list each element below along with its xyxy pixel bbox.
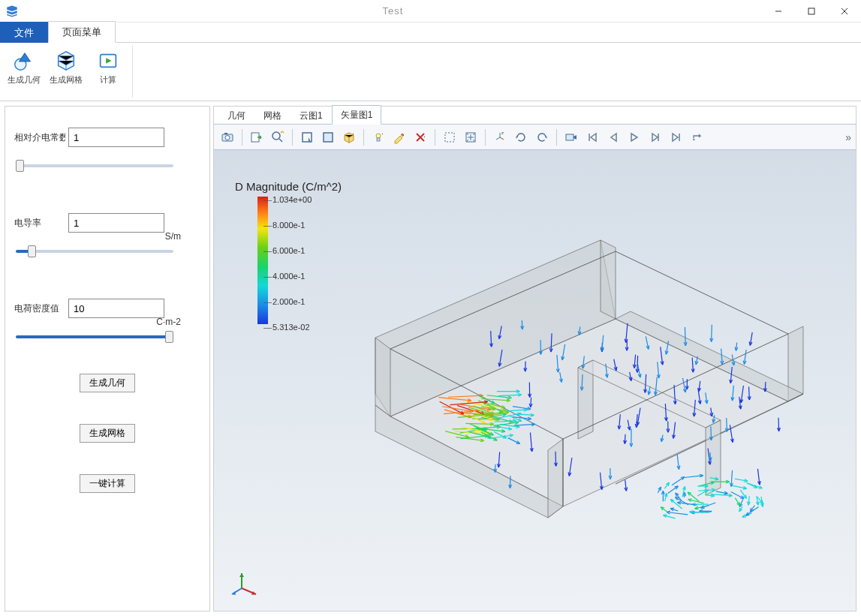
last-frame-icon[interactable] (667, 128, 685, 146)
ribbon-label: 计算 (100, 74, 116, 86)
rotate-cw-icon[interactable] (533, 128, 551, 146)
legend-tick: 1.034e+00 (272, 195, 312, 204)
title-bar: Test (0, 0, 861, 23)
next-frame-icon[interactable] (646, 128, 664, 146)
svg-rect-9 (324, 133, 333, 142)
viewtab-vector[interactable]: 矢量图1 (332, 105, 382, 125)
svg-point-4 (225, 135, 230, 140)
plot-canvas[interactable]: D Magnitude (C/m^2) 1.034e+00 8.000e-1 6… (214, 150, 856, 611)
window-controls (762, 0, 861, 23)
sidebar-generate-mesh-button[interactable]: 生成网格 (80, 424, 135, 443)
mesh-icon (54, 49, 78, 73)
app-icon (5, 5, 19, 18)
rotate-ccw-icon[interactable] (512, 128, 530, 146)
svg-marker-18 (375, 338, 390, 416)
ribbon: 生成几何 生成网格 计算 (0, 43, 861, 101)
viewtab-cloud[interactable]: 云图1 (291, 106, 332, 125)
svg-rect-5 (224, 133, 227, 134)
viewtab-mesh[interactable]: 网格 (254, 106, 291, 125)
ribbon-compute[interactable]: 计算 (89, 46, 128, 98)
charge-density-slider[interactable] (16, 335, 173, 338)
compute-icon (96, 49, 120, 73)
svg-rect-11 (377, 138, 380, 141)
ribbon-label: 生成几何 (8, 74, 41, 86)
first-frame-icon[interactable] (583, 128, 601, 146)
ribbon-group: 生成几何 生成网格 计算 (5, 46, 133, 98)
axis-triad-icon (230, 567, 260, 597)
prev-frame-icon[interactable] (604, 128, 622, 146)
select-face-icon[interactable] (319, 128, 337, 146)
play-icon[interactable] (625, 128, 643, 146)
rel-perm-slider[interactable] (16, 164, 173, 167)
select-solid-icon[interactable] (340, 128, 358, 146)
charge-density-input[interactable] (68, 299, 164, 318)
sidebar-generate-geometry-button[interactable]: 生成几何 (80, 374, 135, 392)
ribbon-generate-mesh[interactable]: 生成网格 (47, 46, 86, 98)
geometry-icon (12, 49, 36, 73)
param-charge-density: 电荷密度值 C·m-2 (14, 299, 200, 341)
delete-icon[interactable] (411, 128, 429, 146)
svg-rect-12 (445, 133, 454, 142)
svg-marker-24 (601, 240, 616, 319)
svg-text:z: z (501, 131, 504, 135)
zoom-auto-icon[interactable] (269, 128, 287, 146)
main-menu: 文件 页面菜单 (0, 23, 861, 43)
svg-marker-20 (548, 439, 563, 518)
export-icon[interactable] (248, 128, 266, 146)
param-unit: C·m-2 (14, 317, 200, 329)
param-unit: S/m (14, 231, 200, 243)
maximize-button[interactable] (795, 0, 828, 23)
select-box-icon[interactable] (298, 128, 316, 146)
param-label: 电导率 (14, 217, 65, 230)
minimize-button[interactable] (762, 0, 795, 23)
legend-tick: 6.000e-1 (272, 246, 305, 255)
param-conductivity: 电导率 S/m (14, 213, 200, 255)
legend-tick: 4.000e-1 (272, 272, 305, 281)
svg-point-7 (272, 132, 280, 140)
svg-rect-15 (566, 134, 573, 140)
viewer-tabs: 几何 网格 云图1 矢量图1 (214, 107, 856, 125)
viewer-panel: 几何 网格 云图1 矢量图1 z (213, 106, 856, 611)
param-unit (14, 146, 200, 158)
legend-tick: 2.000e-1 (272, 297, 305, 306)
menu-file[interactable]: 文件 (0, 22, 48, 43)
clear-icon[interactable] (390, 128, 408, 146)
plot-title: D Magnitude (C/m^2) (235, 180, 342, 193)
fit-view-icon[interactable] (462, 128, 480, 146)
svg-rect-8 (303, 133, 312, 142)
close-button[interactable] (828, 0, 861, 23)
xyz-axis-icon[interactable]: z (491, 128, 509, 146)
camera-record-icon[interactable] (562, 128, 580, 146)
menu-page[interactable]: 页面菜单 (48, 21, 116, 43)
svg-rect-0 (808, 8, 814, 14)
parameters-panel: 相对介电常数 电导率 S/m 电荷密度值 C·m-2 生成几何 (5, 106, 210, 611)
window-title: Test (24, 5, 762, 17)
sidebar-compute-button[interactable]: 一键计算 (80, 474, 135, 493)
lights-icon[interactable] (369, 128, 387, 146)
3d-scene (330, 206, 811, 566)
viewer-toolbar: z » (214, 125, 856, 150)
toolbar-overflow-icon[interactable]: » (845, 131, 851, 143)
legend-tick: 8.000e-1 (272, 221, 305, 230)
conductivity-input[interactable] (68, 213, 164, 233)
viewtab-geometry[interactable]: 几何 (218, 106, 254, 125)
ribbon-generate-geometry[interactable]: 生成几何 (5, 46, 44, 98)
svg-point-10 (376, 134, 381, 138)
param-label: 相对介电常数 (14, 131, 65, 144)
rel-perm-input[interactable] (68, 128, 164, 147)
camera-icon[interactable] (218, 128, 236, 146)
loop-icon[interactable] (688, 128, 706, 146)
ribbon-label: 生成网格 (50, 74, 83, 86)
legend-tick: 5.313e-02 (272, 323, 310, 332)
param-relative-permittivity: 相对介电常数 (14, 128, 200, 170)
param-label: 电荷密度值 (14, 302, 65, 315)
zoom-area-icon[interactable] (441, 128, 459, 146)
conductivity-slider[interactable] (16, 250, 173, 253)
